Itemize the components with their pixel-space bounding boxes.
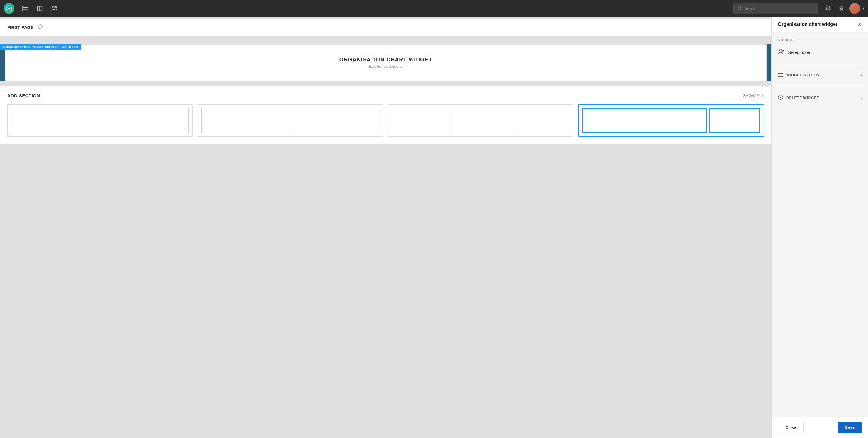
side-panel-body: SOURCE Select user [772, 32, 868, 416]
svg-rect-3 [23, 10, 28, 11]
layout-col-2 [292, 108, 379, 133]
add-section-header: ADD SECTION SHOW ALL [7, 93, 764, 98]
widget-styles-row[interactable]: WIDGET STYLES › [778, 69, 862, 81]
side-panel-footer: Close Save [772, 416, 868, 438]
section-layouts [7, 104, 764, 137]
side-panel-close-button[interactable]: ✕ [858, 22, 862, 27]
app-logo[interactable] [4, 3, 14, 14]
layout-3col-option[interactable] [388, 104, 574, 137]
layout-1col-option[interactable] [7, 104, 193, 137]
divider-2 [778, 86, 862, 86]
search-input[interactable] [744, 6, 814, 11]
layout-col-2 [452, 108, 509, 133]
save-button[interactable]: Save [838, 422, 862, 433]
user-menu-chevron[interactable]: ▾ [863, 6, 864, 10]
page-header: FIRST PAGE [0, 19, 772, 36]
svg-point-4 [53, 6, 55, 8]
layout-col-narrow [709, 108, 760, 133]
avatar[interactable] [849, 3, 860, 14]
layers-nav-button[interactable] [19, 2, 31, 14]
select-user-icon [778, 48, 785, 57]
select-user-row[interactable]: Select user [778, 45, 862, 59]
widget-sub-text: Edit from sidepanel [11, 64, 760, 69]
widget-content-box[interactable]: ORGANISATION CHART WIDGET Edit from side… [5, 44, 767, 81]
show-all-button[interactable]: SHOW ALL [743, 93, 764, 98]
svg-point-6 [738, 7, 741, 10]
layout-col-single [11, 108, 189, 133]
side-panel: Organisation chart widget ✕ SOURCE Selec… [772, 17, 868, 438]
layout-2col-option[interactable] [197, 104, 383, 137]
page-edit-icon[interactable] [37, 24, 43, 31]
delete-widget-text: DELETE WIDGET [786, 96, 819, 100]
add-section-area: ADD SECTION SHOW ALL [0, 86, 772, 144]
delete-widget-left: DELETE WIDGET [778, 95, 819, 101]
svg-point-10 [780, 49, 781, 51]
content-area: FIRST PAGE ORGANISATION CHART WIDGET - E… [0, 17, 772, 438]
search-icon [737, 6, 742, 11]
widget-styles-text: WIDGET STYLES [786, 73, 819, 77]
page-title: FIRST PAGE [7, 25, 34, 30]
people-nav-button[interactable] [48, 2, 60, 14]
layout-col-wide [582, 108, 707, 133]
search-bar [734, 3, 818, 14]
delete-icon [778, 95, 783, 101]
widget-styles-left: WIDGET STYLES [778, 73, 819, 77]
rocket-button[interactable] [836, 3, 847, 14]
layout-col-1 [392, 108, 450, 133]
close-button[interactable]: Close [778, 422, 804, 433]
svg-point-5 [55, 6, 57, 8]
layout-col-3 [512, 108, 569, 133]
notifications-button[interactable] [823, 3, 834, 14]
side-panel-title: Organisation chart widget [778, 22, 837, 27]
widget-badge: ORGANISATION CHART WIDGET - ENGLISH [0, 44, 82, 50]
source-label: SOURCE [778, 38, 862, 42]
delete-widget-chevron: › [861, 96, 862, 100]
add-section-title: ADD SECTION [7, 93, 40, 98]
layout-2col-uneven-option[interactable] [578, 104, 764, 137]
nav-right-actions: ▾ [823, 3, 864, 14]
svg-rect-2 [23, 8, 28, 9]
layout-col-1 [202, 108, 289, 133]
delete-widget-row[interactable]: DELETE WIDGET › [778, 91, 862, 105]
top-nav: ▾ [0, 0, 868, 17]
widget-section: ORGANISATION CHART WIDGET - ENGLISH ORGA… [0, 44, 772, 81]
divider-1 [778, 64, 862, 64]
side-panel-header: Organisation chart widget ✕ [772, 17, 868, 32]
widget-styles-chevron: › [861, 73, 862, 77]
sliders-icon [778, 73, 783, 77]
svg-point-11 [782, 50, 783, 51]
select-user-text: Select user [788, 50, 811, 55]
widget-main-title: ORGANISATION CHART WIDGET [11, 57, 760, 63]
main-layout: FIRST PAGE ORGANISATION CHART WIDGET - E… [0, 17, 868, 438]
svg-rect-1 [23, 6, 28, 7]
book-nav-button[interactable] [34, 2, 46, 14]
